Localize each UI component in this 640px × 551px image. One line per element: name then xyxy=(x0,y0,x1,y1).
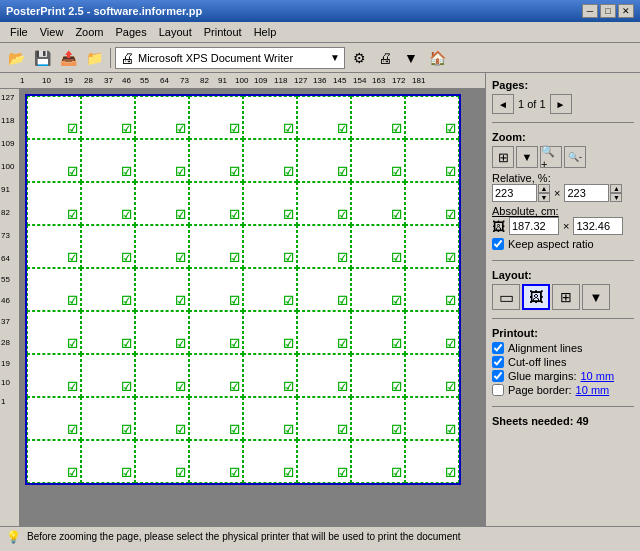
relative-x-down[interactable]: ▼ xyxy=(538,193,550,202)
menu-pages[interactable]: Pages xyxy=(110,24,153,40)
menu-zoom[interactable]: Zoom xyxy=(69,24,109,40)
relative-y-down[interactable]: ▼ xyxy=(610,193,622,202)
settings-button[interactable]: ⚙ xyxy=(347,46,371,70)
relative-x-up[interactable]: ▲ xyxy=(538,184,550,193)
menu-help[interactable]: Help xyxy=(248,24,283,40)
grid-cell: ☑ xyxy=(81,268,135,311)
absolute-y-input[interactable] xyxy=(573,217,623,235)
keep-aspect-checkbox[interactable] xyxy=(492,238,504,250)
grid-cell-check: ☑ xyxy=(67,122,78,136)
grid-cell-check: ☑ xyxy=(67,251,78,265)
open-file-button[interactable]: 📁 xyxy=(82,46,106,70)
relative-y-up[interactable]: ▲ xyxy=(610,184,622,193)
relative-label: Relative, %: xyxy=(492,172,634,184)
separator-4 xyxy=(492,406,634,407)
grid-cell: ☑ xyxy=(297,440,351,483)
export-button[interactable]: 📤 xyxy=(56,46,80,70)
menu-layout[interactable]: Layout xyxy=(153,24,198,40)
zoom-out-button[interactable]: 🔍- xyxy=(564,146,586,168)
grid-cell-check: ☑ xyxy=(391,122,402,136)
grid-cell: ☑ xyxy=(405,397,459,440)
cutoff-lines-checkbox[interactable] xyxy=(492,356,504,368)
x-separator-1: × xyxy=(554,187,560,199)
page-info: 1 of 1 xyxy=(518,98,546,110)
layout-landscape-button[interactable]: 🖼 xyxy=(522,284,550,310)
dropdown-button[interactable]: ▼ xyxy=(399,46,423,70)
grid-cell-check: ☑ xyxy=(175,294,186,308)
sheets-needed-value: 49 xyxy=(576,415,588,427)
close-button[interactable]: ✕ xyxy=(618,4,634,18)
keep-aspect-label: Keep aspect ratio xyxy=(508,238,594,250)
grid-cell-check: ☑ xyxy=(175,380,186,394)
canvas-area: 1 10 19 28 37 46 55 64 73 82 91 100 109 … xyxy=(0,73,485,526)
page-border-checkbox[interactable] xyxy=(492,384,504,396)
ruler-tick: 28 xyxy=(0,336,19,349)
glue-margins-checkbox[interactable] xyxy=(492,370,504,382)
cutoff-lines-row: Cut-off lines xyxy=(492,356,634,368)
grid-cell: ☑ xyxy=(27,311,81,354)
save-button[interactable]: 💾 xyxy=(30,46,54,70)
absolute-x-input[interactable] xyxy=(509,217,559,235)
grid-cell: ☑ xyxy=(135,268,189,311)
printer-dropdown-arrow[interactable]: ▼ xyxy=(330,52,340,63)
grid-cell-check: ☑ xyxy=(337,423,348,437)
window-controls: ─ □ ✕ xyxy=(582,4,634,18)
grid-cell-check: ☑ xyxy=(67,466,78,480)
layout-grid-button[interactable]: ⊞ xyxy=(552,284,580,310)
separator-2 xyxy=(492,260,634,261)
minimize-button[interactable]: ─ xyxy=(582,4,598,18)
grid-cell: ☑ xyxy=(81,96,135,139)
grid-cell: ☑ xyxy=(351,440,405,483)
grid-cell: ☑ xyxy=(243,397,297,440)
glue-margins-link[interactable]: 10 mm xyxy=(580,370,614,382)
grid-cell-check: ☑ xyxy=(229,466,240,480)
alignment-lines-checkbox[interactable] xyxy=(492,342,504,354)
grid-cell-check: ☑ xyxy=(229,337,240,351)
print-button[interactable]: 🖨 xyxy=(373,46,397,70)
relative-x-input[interactable] xyxy=(492,184,537,202)
menu-printout[interactable]: Printout xyxy=(198,24,248,40)
grid-cell-check: ☑ xyxy=(229,380,240,394)
relative-y-input[interactable] xyxy=(564,184,609,202)
page-border-label: Page border: xyxy=(508,384,572,396)
next-page-button[interactable]: ► xyxy=(550,94,572,114)
glue-margins-row: Glue margins: 10 mm xyxy=(492,370,634,382)
menu-file[interactable]: File xyxy=(4,24,34,40)
grid-cell-check: ☑ xyxy=(337,251,348,265)
grid-cell-check: ☑ xyxy=(391,380,402,394)
prev-page-button[interactable]: ◄ xyxy=(492,94,514,114)
grid-cell-check: ☑ xyxy=(175,208,186,222)
zoom-in-button[interactable]: 🔍+ xyxy=(540,146,562,168)
canvas-wrapper[interactable]: ☑☑☑☑☑☑☑☑☑☑☑☑☑☑☑☑☑☑☑☑☑☑☑☑☑☑☑☑☑☑☑☑☑☑☑☑☑☑☑☑… xyxy=(20,89,485,526)
grid-cell: ☑ xyxy=(243,440,297,483)
maximize-button[interactable]: □ xyxy=(600,4,616,18)
home-button[interactable]: 🏠 xyxy=(425,46,449,70)
grid-cell-check: ☑ xyxy=(121,251,132,265)
grid-cell: ☑ xyxy=(81,139,135,182)
printer-selector[interactable]: 🖨 Microsoft XPS Document Writer ▼ xyxy=(115,47,345,69)
window-title: PosterPrint 2.5 - software.informer.pp xyxy=(6,5,202,17)
grid-cell-check: ☑ xyxy=(229,122,240,136)
layout-dropdown-button[interactable]: ▼ xyxy=(582,284,610,310)
layout-portrait-button[interactable]: ▭ xyxy=(492,284,520,310)
zoom-fit-button[interactable]: ⊞ xyxy=(492,146,514,168)
grid-cell: ☑ xyxy=(189,225,243,268)
ruler-tick: 37 xyxy=(104,76,113,85)
grid-cell: ☑ xyxy=(189,354,243,397)
grid-cell: ☑ xyxy=(135,440,189,483)
ruler-tick: 91 xyxy=(218,76,227,85)
zoom-dropdown-button[interactable]: ▼ xyxy=(516,146,538,168)
pages-section: Pages: ◄ 1 of 1 ► xyxy=(492,79,634,114)
zoom-section: Zoom: ⊞ ▼ 🔍+ 🔍- Relative, %: ▲ ▼ × xyxy=(492,131,634,252)
printout-title: Printout: xyxy=(492,327,634,339)
page-border-link[interactable]: 10 mm xyxy=(576,384,610,396)
relative-y-wrapper: ▲ ▼ xyxy=(564,184,622,202)
grid-cell: ☑ xyxy=(81,311,135,354)
grid-cell: ☑ xyxy=(189,268,243,311)
grid-cell: ☑ xyxy=(297,225,351,268)
ruler-tick: 46 xyxy=(0,294,19,307)
status-icon: 💡 xyxy=(6,530,21,544)
menu-view[interactable]: View xyxy=(34,24,70,40)
ruler-tick: 19 xyxy=(0,357,19,370)
new-button[interactable]: 📂 xyxy=(4,46,28,70)
